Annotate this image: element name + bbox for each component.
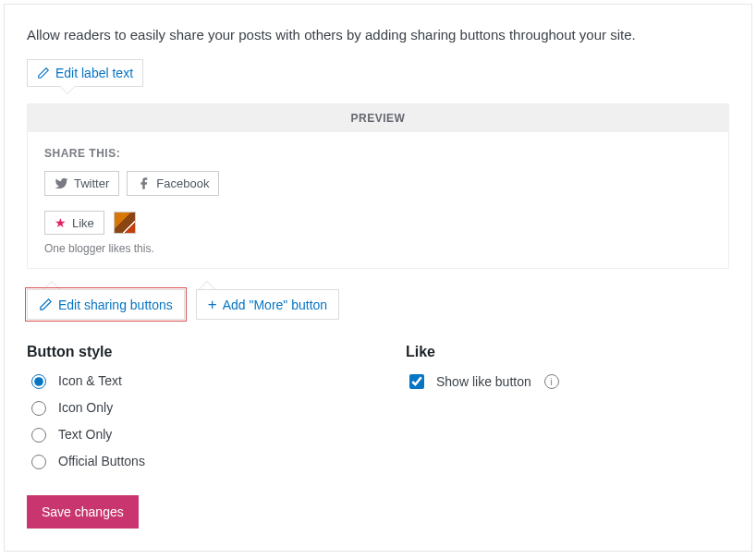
facebook-label: Facebook: [156, 176, 209, 190]
radio-input[interactable]: [31, 455, 46, 469]
radio-label: Text Only: [58, 427, 112, 442]
radio-official-buttons[interactable]: Official Buttons: [27, 452, 350, 469]
share-button-row: Twitter Facebook: [44, 171, 712, 196]
preview-body: SHARE THIS: Twitter Facebook ★ Like One …: [28, 132, 728, 268]
intro-text: Allow readers to easily share your posts…: [27, 27, 729, 43]
like-row: ★ Like: [44, 211, 712, 235]
radio-label: Icon & Text: [58, 373, 122, 388]
edit-sharing-buttons-button[interactable]: Edit sharing buttons: [27, 289, 185, 320]
like-title: Like: [406, 344, 729, 360]
preview-header: PREVIEW: [28, 104, 728, 132]
facebook-share-button[interactable]: Facebook: [127, 171, 219, 196]
star-icon: ★: [55, 215, 67, 230]
like-button[interactable]: ★ Like: [44, 211, 104, 235]
radio-label: Icon Only: [58, 400, 113, 415]
radio-icon-only[interactable]: Icon Only: [27, 398, 350, 416]
twitter-icon: [55, 176, 68, 190]
radio-icon-and-text[interactable]: Icon & Text: [27, 371, 350, 389]
edit-label-text-button[interactable]: Edit label text: [27, 59, 143, 87]
radio-input[interactable]: [31, 401, 46, 416]
add-more-label: Add "More" button: [223, 298, 327, 312]
add-more-button[interactable]: + Add "More" button: [196, 289, 339, 320]
checkbox-label: Show like button: [436, 374, 531, 389]
edit-label-text-label: Edit label text: [55, 66, 133, 80]
pointer-down-icon: [59, 86, 76, 94]
share-this-label: SHARE THIS:: [44, 147, 712, 160]
info-icon[interactable]: i: [544, 374, 559, 389]
pencil-icon: [39, 298, 53, 311]
sharing-settings-card: Allow readers to easily share your posts…: [4, 4, 752, 552]
facebook-icon: [137, 176, 151, 190]
radio-input[interactable]: [31, 428, 46, 443]
radio-label: Official Buttons: [58, 454, 145, 468]
pencil-icon: [37, 67, 50, 79]
button-style-column: Button style Icon & Text Icon Only Text …: [27, 344, 350, 479]
edit-actions-row: Edit sharing buttons + Add "More" button: [27, 289, 729, 320]
radio-text-only[interactable]: Text Only: [27, 425, 350, 443]
radio-input[interactable]: [31, 374, 46, 389]
liker-avatar[interactable]: [114, 212, 136, 234]
plus-icon: +: [208, 297, 217, 312]
pointer-up-icon: [199, 281, 215, 289]
save-changes-button[interactable]: Save changes: [27, 495, 139, 529]
like-column: Like Show like button i: [406, 344, 729, 479]
edit-sharing-label: Edit sharing buttons: [58, 298, 173, 312]
button-style-title: Button style: [27, 344, 350, 360]
likers-text: One blogger likes this.: [44, 242, 712, 255]
like-label: Like: [72, 216, 94, 230]
pointer-up-icon: [43, 281, 60, 289]
show-like-button-checkbox[interactable]: Show like button i: [406, 371, 729, 392]
save-label: Save changes: [42, 504, 124, 519]
options-row: Button style Icon & Text Icon Only Text …: [27, 344, 729, 479]
twitter-label: Twitter: [74, 176, 109, 190]
twitter-share-button[interactable]: Twitter: [44, 171, 119, 196]
preview-panel: PREVIEW SHARE THIS: Twitter Facebook ★ L…: [27, 103, 729, 269]
checkbox-input[interactable]: [409, 374, 424, 389]
